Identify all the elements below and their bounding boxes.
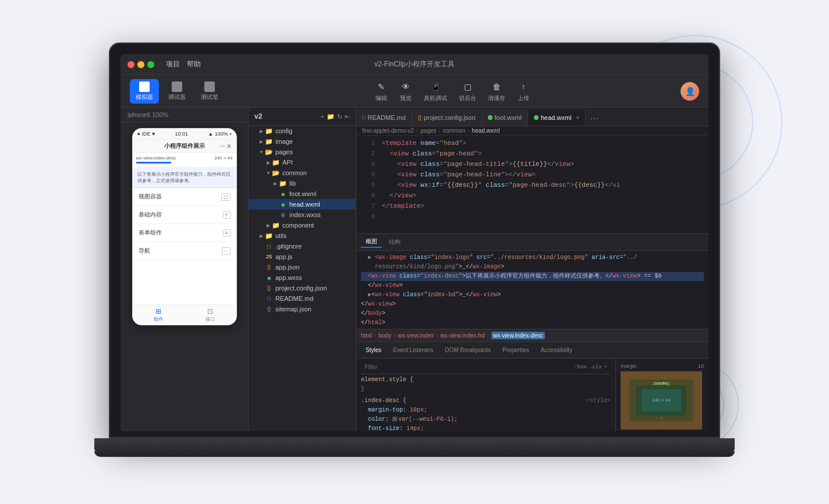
styles-left: :hov .cls + element.style { } [356, 359, 615, 432]
dom-line-4: ▶<wx-view class="index-bd">_</wx-view> [361, 290, 704, 300]
image-label: image [275, 138, 293, 145]
tree-folder-common[interactable]: ▼ 📂 common [249, 168, 356, 178]
phone-component-form[interactable]: 表单组件 ≡ [133, 224, 236, 242]
new-folder-icon[interactable]: 📁 [327, 113, 335, 120]
test-label: 测试笔 [201, 93, 218, 101]
component-icon-basic: T [223, 211, 231, 219]
tree-file-app-wxss[interactable]: ▶ ■ app.wxss [249, 272, 356, 283]
tab-foot-wxml[interactable]: foot.wxml [482, 109, 528, 126]
sitemap-label: sitemap.json [275, 306, 311, 313]
pages-label: pages [275, 148, 293, 155]
filter-cls-button[interactable]: .cls [589, 363, 602, 372]
devtools-tab-wxml[interactable]: 概图 [361, 236, 382, 248]
phone-nav-api[interactable]: ⊡ 接口 [185, 305, 236, 325]
config-arrow: ▶ [258, 127, 265, 134]
tree-file-index-wxss[interactable]: ▶ ⊕ index.wxss [249, 210, 356, 220]
menu-project[interactable]: 项目 [166, 59, 180, 69]
elem-wx-view-desc[interactable]: wx-view.index-desc [491, 332, 545, 339]
code-editor[interactable]: 1 <template name="head"> 2 <view class="… [356, 136, 708, 233]
tree-folder-config[interactable]: ▶ 📁 config [249, 126, 356, 136]
upload-action[interactable]: ↑ 上传 [517, 80, 530, 102]
clear-cache-label: 清缓存 [488, 94, 505, 102]
clear-cache-action[interactable]: 🗑 清缓存 [488, 80, 505, 102]
upload-icon: ↑ [517, 80, 530, 93]
tree-file-gitignore[interactable]: ▶ □ .gitignore [249, 241, 356, 251]
phone-component-basic[interactable]: 基础内容 T [133, 206, 236, 224]
tree-file-project-config[interactable]: ▶ {} project.config.json [249, 283, 356, 293]
device-panel: iphone6 100% ● IDE ♥ 10:01 ▲ 100% ▪ [121, 108, 249, 431]
debugger-label: 调试器 [168, 93, 186, 101]
tree-folder-utils[interactable]: ▶ 📁 utils [249, 230, 356, 241]
test-button[interactable]: 测试笔 [195, 79, 224, 104]
device-debug-action[interactable]: 📱 真机调试 [424, 80, 447, 102]
breadcrumb-sep-1: › [416, 127, 418, 134]
tab-readme[interactable]: □ README.md [356, 109, 412, 126]
elem-wx-view-index[interactable]: wx-view.index [398, 332, 434, 339]
phone-component-view-container[interactable]: 视图容器 ▢ [133, 188, 236, 206]
edit-action[interactable]: ✎ 编辑 [375, 80, 388, 102]
css-font-size-prop: font-size: 14px; [361, 424, 611, 432]
tree-folder-component[interactable]: ▶ 📁 component [249, 220, 356, 230]
box-model-content: 240 × 44 [642, 389, 681, 411]
foot-wxml-dot [488, 115, 493, 120]
devtools-event-tab[interactable]: Event Listeners [388, 345, 438, 356]
phone-component-nav[interactable]: 导航 ··· [133, 242, 236, 260]
code-line-2: 2 <view class="page-head"> [356, 148, 708, 159]
tab-head-wxml[interactable]: head.wxml × [528, 109, 586, 126]
elem-html[interactable]: html [361, 332, 372, 339]
devtools-tab-console[interactable]: 结构 [384, 237, 405, 247]
line-num-7: 7 [361, 201, 375, 211]
title-bar: 项目 帮助 v2-FinClip小程序开发工具 [121, 54, 708, 75]
tree-file-foot-wxml[interactable]: ▶ ■ foot.wxml [249, 189, 356, 199]
maximize-button[interactable] [147, 61, 154, 68]
tree-file-app-json[interactable]: ▶ {} app.json [249, 262, 356, 272]
debugger-button[interactable]: 调试器 [162, 79, 192, 104]
dom-line-5: </wx-view> [361, 300, 704, 309]
tree-folder-pages[interactable]: ▼ 📂 pages [249, 147, 356, 157]
simulator-button[interactable]: 模拟器 [130, 79, 159, 104]
background-action[interactable]: ▢ 切后台 [459, 80, 476, 102]
devtools-dom-tab[interactable]: DOM Breakpoints [440, 345, 495, 356]
tree-file-sitemap[interactable]: ▶ {} sitemap.json [249, 304, 356, 314]
user-avatar[interactable]: 👤 [681, 82, 699, 101]
elem-wx-view-hd[interactable]: wx-view.index-hd [440, 332, 484, 339]
box-model-area: margin 10 - border padding [615, 359, 708, 432]
phone-component-list: 视图容器 ▢ 基础内容 T 表单组件 ≡ [133, 188, 236, 304]
phone-mockup: ● IDE ♥ 10:01 ▲ 100% ▪ 小程序组件展示 ··· ✕ [132, 128, 237, 325]
styles-filter-input[interactable] [364, 364, 574, 370]
styles-area: :hov .cls + element.style { } [356, 359, 708, 432]
tab-project-config[interactable]: {} project.config.json [412, 109, 482, 126]
tree-file-head-wxml[interactable]: ▶ ■ head.wxml [249, 199, 356, 210]
phone-status-right: ▲ 100% ▪ [208, 131, 231, 137]
minimize-button[interactable] [137, 61, 144, 68]
tree-folder-lib[interactable]: ▶ 📁 lib [249, 178, 356, 189]
filter-add-button[interactable]: + [604, 363, 607, 372]
phone-nav-component[interactable]: ⊞ 组件 [133, 305, 185, 325]
tree-file-app-js[interactable]: ▶ JS app.js [249, 251, 356, 262]
filter-hov-button[interactable]: :hov [574, 363, 587, 372]
devtools-a11y-tab[interactable]: Accessibility [536, 345, 577, 356]
close-button[interactable] [127, 61, 134, 68]
preview-action[interactable]: 👁 预览 [399, 80, 412, 102]
head-wxml-close[interactable]: × [576, 115, 580, 121]
refresh-icon[interactable]: ↻ [337, 113, 342, 120]
tree-folder-api[interactable]: ▶ 📁 API [249, 157, 356, 168]
devtools-props-tab[interactable]: Properties [498, 345, 534, 356]
new-file-icon[interactable]: + [321, 113, 324, 120]
test-icon [204, 81, 215, 92]
laptop-bezel: 项目 帮助 v2-FinClip小程序开发工具 模拟器 [109, 42, 720, 438]
tree-file-readme[interactable]: ▶ □ README.md [249, 293, 356, 304]
dom-tree-area[interactable]: ▶ <wx-image class="index-logo" src="../r… [356, 251, 708, 329]
tree-folder-image[interactable]: ▶ 📁 image [249, 136, 356, 147]
code-text-2: <view class="page-head"> [382, 148, 482, 159]
clear-cache-icon: 🗑 [490, 80, 503, 93]
box-model-padding: padding 240 × 44 - [636, 385, 686, 416]
elem-body[interactable]: body [378, 332, 391, 339]
devtools-styles-tab[interactable]: Styles [361, 345, 386, 356]
menu-help[interactable]: 帮助 [187, 59, 201, 69]
dom-line-3: </wx-view> [361, 281, 704, 290]
dom-line-7: </html> [361, 318, 704, 328]
simulator-label: 模拟器 [136, 93, 153, 101]
more-tabs-button[interactable]: ⋯ [586, 112, 603, 126]
collapse-icon[interactable]: ⇤ [345, 113, 350, 120]
